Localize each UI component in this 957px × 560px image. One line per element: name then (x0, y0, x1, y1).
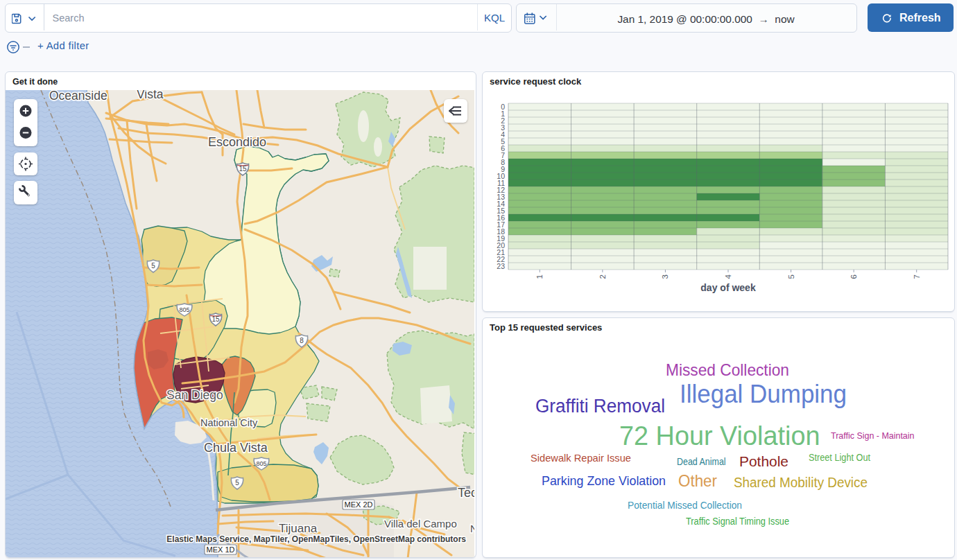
svg-text:6: 6 (850, 274, 858, 279)
svg-text:23: 23 (497, 262, 505, 270)
svg-text:MEX 2D: MEX 2D (345, 500, 373, 509)
svg-text:2: 2 (598, 274, 607, 279)
svg-text:National City: National City (200, 417, 258, 428)
svg-text:5: 5 (787, 274, 795, 279)
svg-text:Escondido: Escondido (208, 135, 266, 149)
svg-text:15: 15 (239, 165, 247, 173)
svg-text:MEX 1D: MEX 1D (207, 545, 235, 554)
svg-text:1: 1 (535, 274, 544, 279)
svg-text:Tecat: Tecat (458, 486, 474, 500)
svg-text:8: 8 (300, 337, 304, 344)
svg-text:N: N (470, 523, 474, 534)
svg-text:San Diego: San Diego (166, 388, 223, 402)
svg-text:Elastic Maps Service, MapTiler: Elastic Maps Service, MapTiler, OpenMapT… (166, 534, 466, 544)
svg-text:Oceanside: Oceanside (49, 90, 107, 103)
svg-text:Vista: Vista (137, 90, 164, 101)
svg-text:day of week: day of week (700, 282, 756, 293)
svg-text:5: 5 (235, 479, 239, 487)
svg-text:7: 7 (913, 274, 921, 279)
svg-text:3: 3 (661, 274, 669, 279)
svg-text:805: 805 (179, 306, 189, 313)
svg-text:805: 805 (256, 460, 266, 467)
svg-text:4: 4 (724, 274, 732, 279)
svg-text:Chula Vista: Chula Vista (204, 441, 268, 455)
svg-text:Tijuana: Tijuana (279, 522, 318, 535)
svg-text:Villa del Campo: Villa del Campo (384, 518, 457, 530)
svg-text:5: 5 (151, 262, 155, 270)
